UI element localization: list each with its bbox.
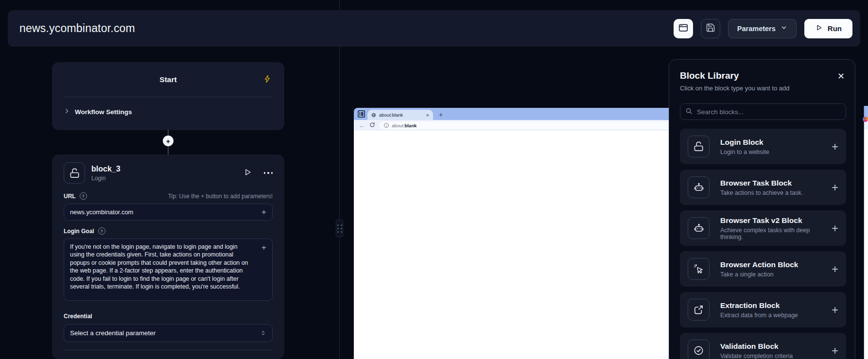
add-block-button[interactable]: +: [832, 222, 838, 235]
add-block-node-button[interactable]: +: [163, 136, 174, 146]
block-actions: [243, 168, 273, 179]
url-input-wrap: +: [64, 204, 273, 221]
url-label-row: URL ? Tip: Use the + button to add param…: [64, 192, 273, 200]
reload-icon[interactable]: [369, 121, 375, 130]
panel-divider: [339, 0, 340, 359]
robot-icon: [688, 176, 710, 198]
add-block-button[interactable]: +: [832, 140, 838, 154]
login-goal-value: If you're not on the login page, navigat…: [70, 243, 248, 290]
block-menu-icon[interactable]: [264, 172, 273, 174]
block-list-item-extraction[interactable]: Extraction Block Extract data from a web…: [680, 292, 846, 327]
goal-label-row: Login Goal ?: [64, 227, 273, 235]
credential-select[interactable]: Select a credential parameter: [64, 324, 273, 342]
search-icon: [685, 107, 693, 117]
credential-label-row: Credential: [64, 313, 273, 320]
run-button[interactable]: Run: [804, 19, 852, 38]
panel-drag-handle[interactable]: [336, 220, 343, 237]
block-type: Login: [91, 175, 121, 182]
goal-add-parameter-button[interactable]: +: [261, 244, 266, 252]
secondary-browser-sliver: [864, 106, 868, 359]
start-node-title: Start: [159, 75, 176, 84]
block-item-title: Login Block: [720, 138, 769, 147]
block-item-description: Take actions to achieve a task.: [720, 189, 803, 196]
block-list-item-browser-action[interactable]: Browser Action Block Take a single actio…: [680, 251, 846, 287]
url-input[interactable]: [70, 208, 256, 216]
page-info-icon[interactable]: i: [384, 123, 389, 128]
chevron-down-icon: [781, 24, 787, 33]
play-icon: [815, 24, 823, 33]
workflow-settings-label: Workflow Settings: [75, 108, 132, 116]
block-library-title: Block Library: [680, 70, 846, 81]
robot-icon: [688, 217, 710, 239]
block-item-description: Validate completion criteria: [720, 353, 793, 359]
add-block-button[interactable]: +: [832, 303, 838, 317]
export-icon: [688, 299, 710, 321]
browser-window-icon: [678, 22, 689, 34]
workflow-settings-toggle[interactable]: Workflow Settings: [52, 97, 284, 116]
block-item-description: Login to a website: [720, 149, 769, 155]
block-item-title: Validation Block: [720, 342, 793, 351]
chevron-right-icon: [64, 108, 70, 116]
block-library-panel: Block Library ✕ Click on the block type …: [669, 59, 855, 359]
add-block-button[interactable]: +: [832, 181, 838, 194]
select-updown-icon: [260, 330, 266, 336]
goal-help-icon[interactable]: ?: [98, 227, 105, 235]
workflow-builder-app: news.ycombinator.com: [0, 0, 868, 359]
close-icon[interactable]: ✕: [837, 71, 845, 82]
block-list-item-validation[interactable]: Validation Block Validate completion cri…: [680, 333, 846, 359]
block-list-item-login[interactable]: Login Block Login to a website +: [680, 129, 846, 164]
back-icon[interactable]: ←: [359, 122, 365, 129]
browser-view-button[interactable]: [674, 19, 693, 38]
page-title: news.ycombinator.com: [19, 22, 135, 35]
browser-tab-title: about:blank: [379, 112, 423, 118]
url-help-icon[interactable]: ?: [80, 192, 87, 200]
secondary-page: [864, 130, 868, 359]
login-block-card[interactable]: block_3 Login URL ? Tip: Use the + butto…: [52, 154, 284, 359]
start-node-card[interactable]: Start Workflow Settings: [52, 62, 284, 130]
save-icon: [706, 23, 715, 34]
block-list-item-browser-task-v2[interactable]: Browser Task v2 Block Achieve complex ta…: [680, 210, 846, 246]
search-box: [680, 103, 846, 120]
parameters-label: Parameters: [737, 25, 776, 33]
globe-icon: [371, 111, 376, 120]
url-label: URL: [64, 193, 76, 200]
block-header: block_3 Login: [64, 162, 273, 184]
address-text: about:blank: [392, 123, 417, 128]
block-item-title: Browser Action Block: [720, 260, 799, 269]
credential-select-value: Select a credential parameter: [70, 329, 156, 337]
tab-close-icon[interactable]: ×: [426, 112, 429, 118]
add-block-button[interactable]: +: [832, 344, 838, 358]
top-bar: news.ycombinator.com: [8, 10, 860, 47]
login-goal-label: Login Goal: [64, 228, 94, 235]
parameters-tip: Tip: Use the + button to add parameters!: [168, 193, 273, 200]
secondary-toolbar: [864, 120, 868, 130]
block-item-title: Browser Task v2 Block: [720, 216, 832, 225]
url-add-parameter-button[interactable]: +: [261, 207, 266, 217]
run-block-icon[interactable]: [243, 168, 252, 179]
search-input[interactable]: [697, 108, 841, 116]
parameters-button[interactable]: Parameters: [728, 19, 797, 38]
block-item-description: Extract data from a webpage: [720, 312, 798, 319]
block-item-description: Take a single action: [720, 271, 799, 278]
block-item-title: Extraction Block: [720, 301, 798, 310]
block-item-description: Achieve complex tasks with deep thinking…: [720, 227, 832, 240]
run-label: Run: [828, 24, 842, 33]
side-panel-icon[interactable]: [358, 110, 365, 120]
check-circle-icon: [688, 340, 710, 359]
top-bar-actions: Parameters Run: [674, 19, 852, 38]
block-name: block_3: [91, 165, 121, 173]
browser-tab[interactable]: about:blank ×: [367, 110, 433, 120]
block-card-divider: [64, 350, 273, 350]
cursor-click-icon: [688, 258, 710, 280]
save-button[interactable]: [701, 19, 720, 38]
block-list-item-browser-task[interactable]: Browser Task Block Take actions to achie…: [680, 170, 846, 205]
add-block-button[interactable]: +: [832, 262, 838, 276]
credential-label: Credential: [64, 313, 92, 320]
start-node-header: Start: [52, 62, 284, 97]
block-library-subtitle: Click on the block type you want to add: [680, 85, 846, 92]
new-tab-button[interactable]: +: [439, 111, 443, 119]
login-goal-textarea[interactable]: If you're not on the login page, navigat…: [64, 239, 273, 301]
lock-open-icon: [64, 162, 85, 184]
lock-open-icon: [688, 136, 710, 157]
block-item-title: Browser Task Block: [720, 179, 803, 188]
